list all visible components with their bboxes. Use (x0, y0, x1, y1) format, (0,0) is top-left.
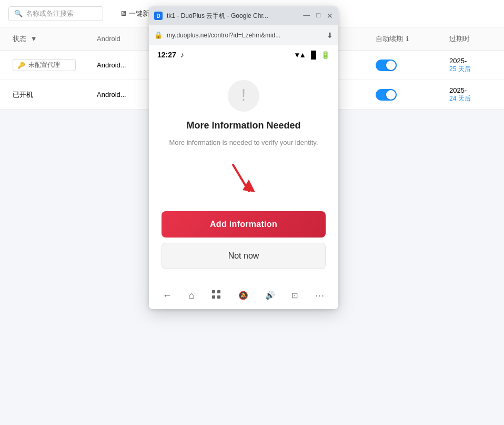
more-nav-button[interactable]: ··· (311, 288, 329, 303)
toggle-switch[interactable] (376, 89, 397, 101)
back-nav-button[interactable]: ← (158, 288, 176, 303)
dialog-content: ! More Information Needed More informati… (149, 64, 338, 282)
row1-android: Android... (97, 61, 149, 69)
not-now-button[interactable]: Not now (162, 243, 326, 269)
toggle-switch[interactable] (376, 60, 397, 71)
restore-button[interactable]: □ (316, 12, 320, 20)
filter-icon: ▼ (31, 35, 37, 43)
browser-window: D tk1 - DuoPlus 云手机 - Google Chr... — □ … (149, 6, 338, 309)
dialog-buttons: Add information Not now (159, 211, 328, 269)
home-nav-button[interactable]: ⌂ (185, 288, 199, 303)
signal-icon: ▐▌ (308, 51, 319, 59)
search-icon: 🔍 (14, 9, 23, 17)
minimize-button[interactable]: — (303, 12, 310, 20)
mute-nav-button[interactable]: 🔕 (234, 289, 253, 302)
download-icon[interactable]: ⬇ (327, 31, 333, 39)
close-button[interactable]: ✕ (327, 12, 333, 20)
phone-statusbar: 12:27 ♪ ▾▲ ▐▌ 🔋 (149, 45, 338, 64)
header-auto-renew: 自动续期 ℹ (376, 34, 428, 44)
arrow-icon (223, 160, 265, 202)
svg-rect-3 (217, 290, 220, 293)
browser-favicon: D (154, 12, 163, 20)
music-icon: ♪ (180, 51, 184, 59)
status-left: 12:27 ♪ (157, 51, 184, 59)
header-expire: 过期时 (449, 34, 491, 44)
browser-controls: — □ ✕ (303, 12, 333, 20)
row1-expire: 2025- 25 天后 (449, 57, 491, 74)
svg-rect-2 (212, 290, 215, 293)
search-box[interactable]: 🔍 名称或备注搜索 (8, 6, 103, 21)
browser-title: tk1 - DuoPlus 云手机 - Google Chr... (167, 12, 299, 21)
svg-marker-1 (243, 180, 255, 192)
volume-nav-button[interactable]: 🔊 (261, 289, 279, 302)
info-icon: ℹ (406, 35, 409, 43)
secure-icon: 🔒 (154, 31, 163, 39)
status-right: ▾▲ ▐▌ 🔋 (295, 51, 330, 59)
dialog-title: More Information Needed (186, 120, 300, 131)
search-placeholder: 名称或备注搜索 (26, 9, 74, 18)
phone-navbar: ← ⌂ 🔕 🔊 ⊡ ··· (149, 282, 338, 309)
screen-nav-button[interactable]: ⊡ (287, 289, 303, 302)
header-status: 状态 ▼ (13, 34, 76, 44)
add-information-button[interactable]: Add information (162, 211, 326, 238)
row2-android: Android... (97, 91, 149, 98)
exclamation-icon: ! (241, 86, 246, 103)
browser-addressbar: 🔒 my.duoplus.net/control?id=Lzehm&mid...… (149, 25, 338, 45)
wifi-icon: ▾▲ (295, 51, 306, 59)
warning-icon-circle: ! (228, 80, 259, 112)
dialog-subtitle: More information is needed to verify you… (169, 137, 318, 148)
row2-status: 已开机 (13, 90, 76, 100)
apps-nav-button[interactable] (207, 287, 226, 304)
svg-rect-5 (217, 295, 220, 299)
browser-titlebar: D tk1 - DuoPlus 云手机 - Google Chr... — □ … (149, 6, 338, 25)
address-url[interactable]: my.duoplus.net/control?id=Lzehm&mid... (167, 32, 322, 39)
new-machine-icon: 🖥 (120, 9, 127, 17)
svg-rect-4 (212, 295, 215, 299)
arrow-container (159, 160, 328, 202)
key-icon: 🔑 (17, 62, 25, 69)
row1-toggle[interactable] (376, 60, 428, 71)
status-badge-unconfigured: 🔑 未配置代理 (13, 59, 76, 71)
phone-screen: 12:27 ♪ ▾▲ ▐▌ 🔋 ! More Information Neede… (149, 45, 338, 309)
battery-icon: 🔋 (321, 51, 330, 59)
row2-toggle[interactable] (376, 89, 428, 101)
row1-status: 🔑 未配置代理 (13, 59, 76, 71)
status-time: 12:27 (157, 51, 176, 59)
row2-expire: 2025- 24 天后 (449, 86, 491, 103)
header-android: Android (97, 35, 149, 43)
